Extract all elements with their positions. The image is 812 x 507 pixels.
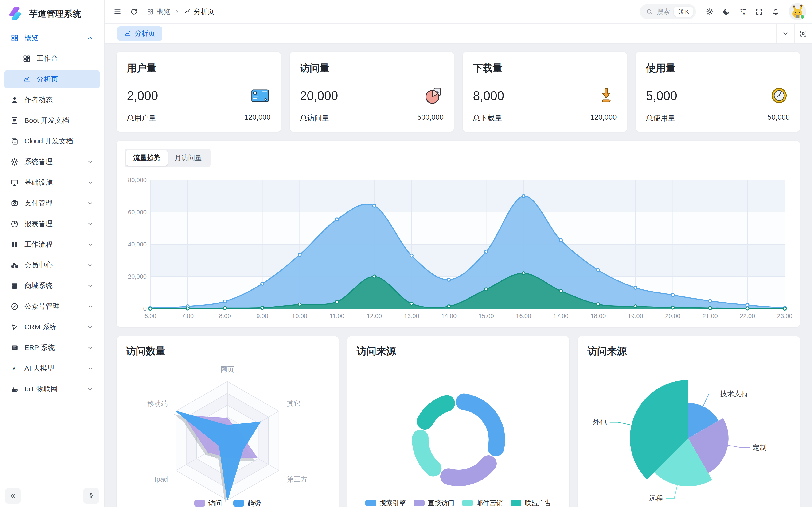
doc-icon	[10, 116, 19, 125]
erp-icon	[10, 344, 19, 352]
flow-icon	[10, 240, 19, 249]
visit-source-rose-panel: 访问来源 技术支持定制远程外包	[578, 336, 800, 507]
panel-title: 访问来源	[357, 345, 560, 358]
stat-total-label: 总访问量	[300, 113, 329, 123]
chevron-right-icon	[174, 9, 180, 15]
chevron-down-icon	[87, 241, 94, 248]
sidebar-item-工作台[interactable]: 工作台	[4, 49, 100, 68]
refresh-button[interactable]	[126, 4, 141, 19]
dark-mode-moon-button[interactable]	[719, 4, 733, 19]
stat-total-value: 500,000	[417, 113, 444, 123]
sidebar-item-label: 工作台	[37, 54, 58, 63]
svg-text:23:00: 23:00	[777, 313, 792, 320]
svg-text:文: 文	[740, 9, 743, 12]
legend-item-直接访问[interactable]: 直接访问	[414, 499, 454, 507]
stat-total-value: 120,000	[590, 113, 616, 123]
legend-item-访问[interactable]: 访问	[194, 499, 222, 507]
line-chart-icon	[124, 30, 131, 37]
traffic-area-chart: 020,00040,00060,00080,0006:007:008:009:0…	[124, 175, 792, 326]
sidebar-item-AI-大模型[interactable]: AIAI 大模型	[4, 359, 100, 378]
sidebar-collapse-button[interactable]	[5, 488, 21, 504]
svg-text:其它: 其它	[287, 400, 301, 407]
breadcrumb-item-overview[interactable]: 概览	[147, 7, 170, 16]
sidebar-item-label: 报表管理	[24, 219, 53, 229]
breadcrumb-item-analysis[interactable]: 分析页	[184, 7, 214, 16]
docs-icon	[10, 137, 19, 146]
sidebar-item-作者动态[interactable]: 作者动态	[4, 91, 100, 109]
stat-value: 2,000	[127, 89, 158, 103]
language-translate-button[interactable]: 文A	[735, 4, 750, 19]
sidebar-item-工作流程[interactable]: 工作流程	[4, 235, 100, 254]
chevron-down-icon	[87, 386, 94, 393]
app-logo-icon	[6, 5, 24, 23]
settings-gear-button[interactable]	[703, 4, 717, 19]
sidebar-item-ERP-系统[interactable]: ERP 系统	[4, 338, 100, 357]
topbar: 概览 分析页 搜索 ⌘ K 文A	[105, 0, 812, 24]
store-icon	[10, 282, 19, 290]
sidebar-item-label: 作者动态	[24, 95, 53, 105]
content-fullscreen-button[interactable]	[794, 24, 812, 43]
sidebar-item-系统管理[interactable]: 系统管理	[4, 153, 100, 171]
sidebar-item-会员中心[interactable]: 会员中心	[4, 256, 100, 274]
breadcrumb-label: 分析页	[194, 7, 214, 16]
sidebar-item-CRM-系统[interactable]: CRM 系统	[4, 318, 100, 336]
tab-traffic-trend[interactable]: 流量趋势	[126, 150, 167, 166]
rose-label-远程: 远程	[649, 494, 663, 502]
tab-analysis-page[interactable]: 分析页	[117, 26, 162, 41]
sidebar-item-分析页[interactable]: 分析页	[4, 70, 100, 89]
sidebar-item-报表管理[interactable]: 报表管理	[4, 215, 100, 233]
stat-title: 下载量	[473, 61, 617, 75]
sidebar-item-支付管理[interactable]: 支付管理	[4, 194, 100, 213]
tabbar: 分析页	[105, 24, 812, 44]
sidebar-item-IoT-物联网[interactable]: IoT 物联网	[4, 380, 100, 398]
svg-text:7:00: 7:00	[182, 313, 194, 320]
radar-chart: 网页其它第三方客户端Ipad移动端	[116, 336, 339, 507]
tab-monthly-visits[interactable]: 月访问量	[167, 150, 209, 166]
svg-text:16:00: 16:00	[516, 313, 531, 320]
search-input[interactable]: 搜索 ⌘ K	[640, 4, 696, 19]
sidebar-item-label: 商城系统	[24, 281, 53, 291]
legend-item-搜索引擎[interactable]: 搜索引擎	[365, 499, 406, 507]
svg-text:12:00: 12:00	[366, 313, 382, 320]
chevron-down-icon	[87, 344, 94, 351]
stat-card-下载量: 下载量8,000总下载量120,000	[463, 52, 627, 132]
legend-label: 联盟广告	[525, 499, 551, 507]
user-avatar[interactable]	[789, 3, 806, 21]
panel-title: 访问数量	[126, 345, 329, 358]
sidebar-item-概览[interactable]: 概览	[4, 29, 100, 47]
svg-text:21:00: 21:00	[703, 313, 718, 320]
hamburger-menu-button[interactable]	[110, 4, 125, 19]
sidebar-item-基础设施[interactable]: 基础设施	[4, 173, 100, 192]
chevron-down-icon	[87, 324, 94, 331]
sidebar-item-label: 概览	[24, 33, 39, 43]
legend-item-联盟广告[interactable]: 联盟广告	[511, 499, 551, 507]
sidebar-item-公众号管理[interactable]: 公众号管理	[4, 297, 100, 316]
notifications-bell-button[interactable]	[768, 4, 783, 19]
logo-row[interactable]: 芋道管理系统	[0, 0, 104, 28]
svg-text:17:00: 17:00	[553, 313, 569, 320]
fullscreen-button[interactable]	[752, 4, 766, 19]
pay-icon	[10, 199, 19, 208]
sidebar-item-Boot-开发文档[interactable]: Boot 开发文档	[4, 111, 100, 130]
visit-source-donut-panel: 访问来源 搜索引擎直接访问邮件营销联盟广告	[347, 336, 569, 507]
tab-list-dropdown-button[interactable]	[776, 24, 794, 43]
avatar-image	[789, 3, 806, 21]
stat-total-label: 总下载量	[473, 113, 502, 123]
sidebar-item-Cloud-开发文档[interactable]: Cloud 开发文档	[4, 132, 100, 151]
sidebar-item-label: 支付管理	[24, 199, 53, 208]
breadcrumb: 概览 分析页	[147, 7, 214, 16]
sidebar-item-label: AI 大模型	[24, 363, 54, 373]
svg-text:13:00: 13:00	[404, 313, 419, 320]
sidebar-item-商城系统[interactable]: 商城系统	[4, 277, 100, 295]
svg-text:60,000: 60,000	[128, 209, 147, 216]
legend-item-邮件营销[interactable]: 邮件营销	[462, 499, 503, 507]
svg-text:A: A	[743, 12, 745, 15]
legend-item-趋势[interactable]: 趋势	[233, 499, 261, 507]
search-icon	[646, 8, 653, 15]
sidebar-item-label: 工作流程	[24, 240, 53, 249]
stat-total-value: 50,000	[767, 113, 790, 123]
chevron-down-icon	[87, 179, 94, 186]
app-title: 芋道管理系统	[29, 8, 81, 20]
sidebar-pin-button[interactable]	[84, 488, 99, 504]
sidebar-item-label: 公众号管理	[24, 301, 60, 311]
